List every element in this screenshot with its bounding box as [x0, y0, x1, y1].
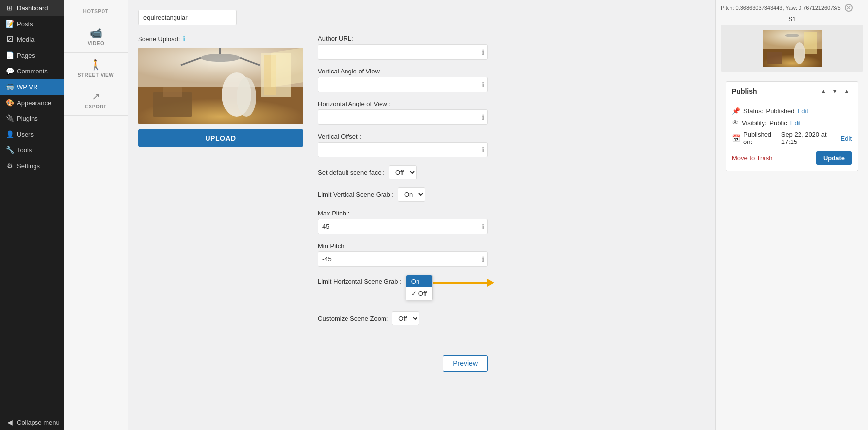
max-pitch-input[interactable]: 45	[318, 219, 488, 234]
svg-rect-16	[804, 32, 817, 54]
dashboard-icon: ⊞	[6, 4, 14, 12]
max-pitch-info-icon: ℹ	[482, 223, 484, 231]
update-button[interactable]: Update	[816, 151, 852, 165]
publish-controls: ▲ ▼ ▲	[818, 87, 852, 96]
horizontal-angle-label: Horizontal Angle of View :	[318, 100, 705, 108]
sidebar-label-appearance: Appearance	[17, 99, 51, 107]
dropdown-option-off[interactable]: ✓ Off	[406, 287, 432, 300]
preview-button[interactable]: Preview	[443, 355, 488, 372]
sidebar-item-appearance[interactable]: 🎨 Appearance	[0, 95, 64, 110]
sidebar-item-tools[interactable]: 🔧 Tools	[0, 142, 64, 158]
sidebar-item-users[interactable]: 👤 Users	[0, 126, 64, 142]
publish-collapse-down[interactable]: ▼	[830, 87, 840, 96]
min-pitch-input-wrapper: -45 ℹ	[318, 251, 488, 267]
sidebar-item-media[interactable]: 🖼 Media	[0, 32, 64, 47]
sidebar-item-dashboard[interactable]: ⊞ Dashboard	[0, 0, 64, 16]
customize-zoom-label: Customize Scene Zoom:	[318, 315, 388, 322]
svg-point-2	[201, 54, 240, 62]
sidebar-item-wpvr[interactable]: 🥽 WP VR	[0, 79, 64, 95]
publish-collapse-up[interactable]: ▲	[818, 87, 828, 96]
published-edit-link[interactable]: Edit	[841, 135, 852, 142]
vertical-angle-input-wrapper: ℹ	[318, 77, 488, 92]
published-date: Sep 22, 2020 at 17:15	[781, 131, 838, 145]
pano-preview	[138, 48, 303, 124]
type-select-row: equirectangular	[138, 10, 705, 25]
sidebar-label-tools: Tools	[17, 146, 32, 154]
scene-upload-label: Scene Upload:	[138, 36, 180, 43]
scene-thumbnail-container	[721, 25, 863, 72]
vertical-angle-input[interactable]	[318, 77, 488, 92]
calendar-icon: 📅	[732, 134, 740, 142]
left-panel: HOTSPOT 📹 VIDEO 🚶 STREET VIEW ↗ EXPORT	[64, 0, 128, 430]
limit-horizontal-label: Limit Horizontal Scene Grab :	[318, 275, 402, 288]
min-pitch-input[interactable]: -45	[318, 251, 488, 267]
limit-vertical-row: Limit Vertical Scene Grab : On Off	[318, 187, 705, 202]
sidebar-label-posts: Posts	[17, 20, 33, 28]
form-section: Author URL: ℹ Vertical Angle of View : ℹ	[318, 35, 705, 372]
spacer	[318, 296, 705, 311]
sidebar-item-settings[interactable]: ⚙ Settings	[0, 158, 64, 174]
sidebar-item-collapse[interactable]: ◀ Collapse menu	[0, 414, 64, 430]
author-url-input[interactable]	[318, 44, 488, 60]
upload-button[interactable]: UPLOAD	[138, 129, 303, 147]
customize-zoom-select[interactable]: Off On	[392, 311, 419, 325]
left-panel-video[interactable]: 📹 VIDEO	[64, 21, 128, 53]
sidebar-label-pages: Pages	[17, 52, 35, 59]
main-content: equirectangular Scene Upload: ℹ	[128, 0, 715, 430]
arrow-annotation	[433, 279, 494, 287]
vertical-offset-input[interactable]	[318, 142, 488, 157]
vertical-offset-info-icon: ℹ	[482, 146, 484, 154]
appearance-icon: 🎨	[6, 99, 14, 107]
posts-icon: 📝	[6, 20, 14, 28]
coord-value: Pitch: 0.36863037343443, Yaw: 0.76712126…	[721, 5, 841, 11]
published-row: 📅 Published on: Sep 22, 2020 at 17:15 Ed…	[732, 131, 852, 145]
min-pitch-group: Min Pitch : -45 ℹ	[318, 242, 705, 267]
svg-point-11	[237, 77, 256, 117]
arrow-head	[487, 279, 494, 287]
default-scene-face-label: Set default scene face :	[318, 169, 385, 176]
status-edit-link[interactable]: Edit	[798, 108, 808, 115]
vertical-offset-label: Vertical Offset :	[318, 133, 705, 140]
min-pitch-label: Min Pitch :	[318, 242, 705, 250]
street-view-label: STREET VIEW	[78, 72, 114, 78]
customize-zoom-row: Customize Scene Zoom: Off On	[318, 311, 705, 325]
horizontal-angle-input-wrapper: ℹ	[318, 109, 488, 125]
arrow-line	[433, 282, 487, 284]
sidebar-item-plugins[interactable]: 🔌 Plugins	[0, 110, 64, 126]
type-input[interactable]: equirectangular	[138, 10, 237, 25]
sidebar-item-comments[interactable]: 💬 Comments	[0, 63, 64, 79]
publish-section: Publish ▲ ▼ ▲ 📌 Status: Published Edit 👁…	[716, 76, 868, 176]
move-to-trash-link[interactable]: Move to Trash	[732, 154, 772, 162]
vertical-angle-label: Vertical Angle of View :	[318, 68, 705, 75]
left-panel-export[interactable]: ↗ EXPORT	[64, 84, 128, 116]
max-pitch-input-wrapper: 45 ℹ	[318, 219, 488, 234]
scene-thumbnail	[763, 30, 822, 67]
export-icon: ↗	[92, 90, 100, 102]
sidebar-item-pages[interactable]: 📄 Pages	[0, 47, 64, 63]
checkmark-icon: ✓	[411, 290, 417, 297]
upload-section: Scene Upload: ℹ	[138, 35, 303, 372]
visibility-edit-link[interactable]: Edit	[790, 119, 801, 127]
limit-horizontal-row: Limit Horizontal Scene Grab : On ✓ Off	[318, 275, 705, 288]
vertical-offset-input-wrapper: ℹ	[318, 142, 488, 157]
sidebar-item-posts[interactable]: 📝 Posts	[0, 16, 64, 32]
sidebar: ⊞ Dashboard 📝 Posts 🖼 Media 📄 Pages 💬 Co…	[0, 0, 64, 430]
sidebar-label-plugins: Plugins	[17, 115, 38, 122]
min-pitch-info-icon: ℹ	[482, 255, 484, 263]
max-pitch-group: Max Pitch : 45 ℹ	[318, 210, 705, 234]
horizontal-angle-info-icon: ℹ	[482, 113, 484, 121]
svg-marker-12	[271, 48, 303, 87]
status-icon: 📌	[732, 107, 740, 115]
limit-vertical-select[interactable]: On Off	[398, 187, 425, 202]
publish-collapse-close[interactable]: ▲	[842, 87, 852, 96]
sidebar-label-collapse: Collapse menu	[17, 419, 60, 426]
horizontal-angle-input[interactable]	[318, 109, 488, 125]
publish-title: Publish	[732, 87, 757, 95]
vertical-angle-group: Vertical Angle of View : ℹ	[318, 68, 705, 92]
left-panel-street-view[interactable]: 🚶 STREET VIEW	[64, 53, 128, 84]
dropdown-option-on[interactable]: On	[406, 275, 432, 287]
visibility-value: Public	[769, 119, 787, 127]
publish-header[interactable]: Publish ▲ ▼ ▲	[726, 81, 858, 101]
default-scene-face-select[interactable]: Off On	[389, 165, 417, 179]
wpvr-icon: 🥽	[6, 83, 14, 91]
